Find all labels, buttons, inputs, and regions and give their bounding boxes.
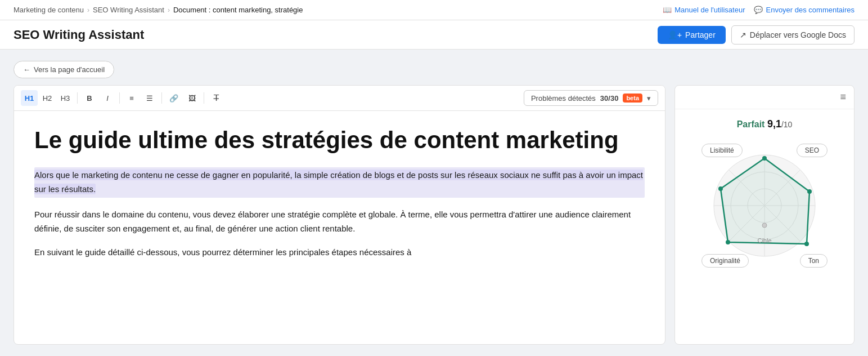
- ordered-list-button[interactable]: ≡: [123, 90, 140, 106]
- link-button[interactable]: 🔗: [165, 90, 182, 106]
- toolbar-separator-3: [161, 92, 162, 104]
- main-area: ← Vers la page d'accueil H1 H2 H3: [0, 50, 868, 356]
- top-navigation: Marketing de contenu › SEO Writing Assis…: [0, 0, 868, 20]
- score-section: Parfait 9,1/10 Lisibilité SEO Originalit…: [675, 109, 854, 282]
- unordered-list-button[interactable]: ☰: [141, 90, 158, 106]
- score-title: Parfait 9,1/10: [737, 118, 793, 130]
- breadcrumb-sep-2: ›: [168, 6, 170, 14]
- clear-format-button[interactable]: T̶: [208, 90, 224, 106]
- tone-label: Ton: [800, 254, 827, 268]
- content-columns: H1 H2 H3 B I: [14, 85, 854, 345]
- svg-point-11: [726, 240, 730, 244]
- google-docs-button[interactable]: ↗ Déplacer vers Google Docs: [731, 25, 854, 44]
- ordered-list-icon: ≡: [129, 94, 134, 103]
- header-actions: 👤+ Partager ↗ Déplacer vers Google Docs: [658, 25, 854, 44]
- svg-point-10: [804, 242, 809, 246]
- problems-count: 30/30: [600, 94, 619, 103]
- book-icon: 📖: [663, 6, 672, 14]
- top-nav-links: 📖 Manuel de l'utilisateur 💬 Envoyer des …: [663, 6, 854, 14]
- editor-toolbar: H1 H2 H3 B I: [14, 86, 665, 111]
- feedback-link[interactable]: 💬 Envoyer des commentaires: [754, 6, 854, 14]
- svg-point-9: [807, 189, 812, 194]
- share-button[interactable]: 👤+ Partager: [658, 26, 726, 44]
- back-button-row: ← Vers la page d'accueil: [14, 61, 854, 78]
- page-header: SEO Writing Assistant 👤+ Partager ↗ Dépl…: [0, 20, 868, 50]
- clear-format-icon: T̶: [214, 93, 219, 103]
- image-button[interactable]: 🖼: [183, 90, 200, 106]
- beta-badge: beta: [623, 94, 642, 103]
- toolbar-separator-4: [204, 92, 204, 104]
- originality-label: Originalité: [701, 254, 749, 268]
- editor-panel: H1 H2 H3 B I: [14, 85, 665, 345]
- link-icon: 🔗: [169, 94, 178, 103]
- bold-button[interactable]: B: [81, 90, 98, 106]
- lisibility-label: Lisibilité: [701, 144, 743, 157]
- manual-link[interactable]: 📖 Manuel de l'utilisateur: [663, 6, 745, 14]
- arrow-left-icon: ←: [23, 65, 30, 74]
- back-button[interactable]: ← Vers la page d'accueil: [14, 61, 114, 78]
- highlighted-text: Alors que le marketing de contenu ne ces…: [34, 170, 643, 194]
- toolbar-separator-1: [77, 92, 78, 104]
- article-paragraph-2: Pour réussir dans le domaine du contenu,…: [34, 208, 645, 236]
- share-icon: 👤+: [668, 30, 682, 39]
- chevron-down-icon: ▾: [647, 94, 651, 103]
- heading3-button[interactable]: H3: [57, 90, 74, 106]
- problems-button[interactable]: Problèmes détectés 30/30 beta ▾: [524, 90, 658, 106]
- svg-point-12: [718, 186, 723, 191]
- breadcrumb-item-1[interactable]: Marketing de contenu: [14, 6, 84, 14]
- radar-center-label: Cible: [757, 237, 771, 244]
- panel-header: ≡: [675, 86, 854, 109]
- editor-content[interactable]: Le guide ultime des stratégies de conten…: [14, 111, 665, 344]
- seo-label: SEO: [797, 144, 827, 157]
- toolbar-right: Problèmes détectés 30/30 beta ▾: [524, 90, 658, 106]
- radar-bottom-labels: Originalité Ton: [697, 254, 832, 268]
- italic-button[interactable]: I: [99, 90, 116, 106]
- breadcrumb-item-3: Document : content marketing, stratégie: [173, 6, 303, 14]
- unordered-list-icon: ☰: [146, 94, 153, 103]
- article-title: Le guide ultime des stratégies de conten…: [34, 127, 645, 154]
- radar-top-labels: Lisibilité SEO: [697, 144, 832, 157]
- breadcrumb-item-2[interactable]: SEO Writing Assistant: [93, 6, 164, 14]
- svg-point-13: [762, 223, 767, 228]
- image-icon: 🖼: [188, 94, 196, 103]
- article-paragraph-1: Alors que le marketing de contenu ne ces…: [34, 167, 645, 198]
- google-docs-icon: ↗: [740, 30, 746, 39]
- radar-chart: Lisibilité SEO Originalité Ton Cible: [697, 138, 832, 273]
- menu-icon[interactable]: ≡: [840, 91, 846, 103]
- breadcrumb: Marketing de contenu › SEO Writing Assis…: [14, 6, 303, 14]
- problems-label: Problèmes détectés: [531, 94, 596, 103]
- radar-svg: [697, 138, 832, 273]
- toolbar-left: H1 H2 H3 B I: [21, 90, 224, 106]
- heading2-button[interactable]: H2: [39, 90, 56, 106]
- article-paragraph-3: En suivant le guide détaillé ci-dessous,…: [34, 246, 645, 260]
- toolbar-separator-2: [119, 92, 120, 104]
- comment-icon: 💬: [754, 6, 763, 14]
- breadcrumb-sep-1: ›: [87, 6, 89, 14]
- score-value: 9,1: [767, 118, 781, 130]
- score-denom: /10: [781, 120, 792, 129]
- page-title: SEO Writing Assistant: [14, 28, 144, 42]
- score-panel: ≡ Parfait 9,1/10 Lisibilité SEO Origi: [674, 85, 854, 345]
- heading1-button[interactable]: H1: [21, 90, 38, 106]
